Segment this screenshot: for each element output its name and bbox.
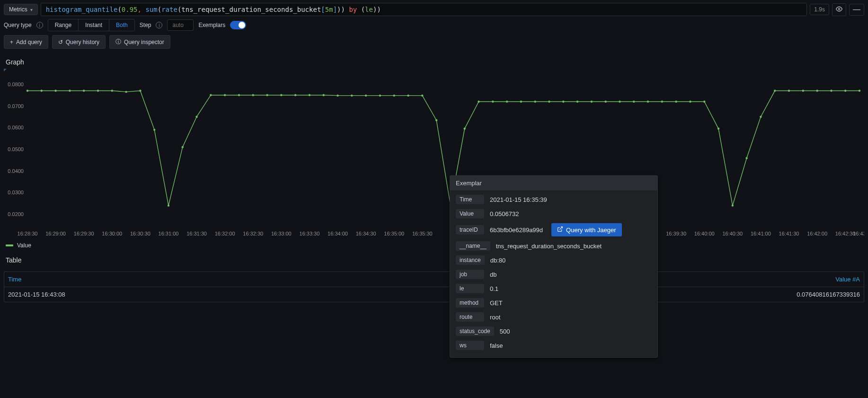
eye-icon[interactable]: [832, 3, 846, 16]
svg-point-89: [844, 90, 846, 91]
svg-point-45: [224, 94, 226, 96]
svg-text:16:32:30: 16:32:30: [243, 231, 263, 236]
svg-point-31: [27, 90, 28, 91]
query-with-jaeger-button[interactable]: Query with Jaeger: [551, 223, 622, 236]
exemplar-row-value: 500: [500, 328, 510, 335]
exemplars-label: Exemplars: [198, 22, 225, 28]
svg-point-77: [675, 100, 677, 102]
exemplar-row-value: db:80: [490, 257, 506, 264]
svg-text:16:35:00: 16:35:00: [384, 231, 404, 236]
svg-point-38: [125, 91, 127, 93]
svg-text:0.0700: 0.0700: [8, 103, 24, 109]
svg-point-49: [280, 94, 282, 96]
svg-point-85: [788, 90, 790, 91]
svg-text:0.0500: 0.0500: [8, 146, 24, 152]
exemplar-row: traceID6b3bfb0e6289a99dQuery with Jaeger: [450, 221, 657, 239]
svg-point-69: [562, 100, 564, 102]
svg-text:16:40:00: 16:40:00: [694, 231, 715, 236]
svg-point-53: [337, 94, 338, 96]
exemplar-row: Time2021-01-15 16:35:39: [450, 192, 657, 207]
exemplar-row: status_code500: [450, 324, 657, 338]
svg-point-56: [379, 94, 381, 96]
exemplar-row-value: 2021-01-15 16:35:39: [490, 196, 547, 203]
svg-point-33: [54, 90, 56, 91]
svg-point-50: [294, 94, 296, 96]
chart[interactable]: 0.02000.03000.04000.05000.06000.07000.08…: [4, 69, 864, 239]
exemplar-row-label: ws: [456, 341, 484, 350]
svg-point-41: [168, 205, 169, 207]
legend-swatch: [6, 244, 13, 246]
svg-point-54: [351, 94, 353, 96]
query-type-segmented: Range Instant Both: [48, 19, 135, 31]
svg-point-42: [182, 146, 184, 148]
legend[interactable]: Value: [0, 239, 868, 252]
step-input[interactable]: [167, 19, 194, 31]
query-history-button[interactable]: ↺ Query history: [52, 35, 106, 49]
query-inspector-button[interactable]: ⓘ Query inspector: [109, 35, 170, 49]
exemplar-row-label: le: [456, 284, 484, 293]
datasource-label: Metrics: [9, 6, 27, 13]
result-table: Time Value #A 2021-01-15 16:43:08 0.0764…: [4, 271, 864, 302]
svg-point-83: [760, 116, 762, 118]
svg-point-36: [97, 90, 99, 91]
table-header: Time Value #A: [4, 272, 864, 287]
svg-point-81: [732, 205, 734, 207]
exemplar-row-value: 6b3bfb0e6289a99d: [490, 226, 543, 234]
svg-point-47: [252, 94, 254, 96]
svg-point-75: [647, 100, 649, 102]
svg-point-68: [548, 100, 550, 102]
cell-value: 0.07640816167339316: [746, 291, 860, 298]
table-row: 2021-01-15 16:43:08 0.07640816167339316: [4, 287, 864, 302]
info-icon[interactable]: i: [36, 22, 43, 28]
exemplars-toggle[interactable]: [230, 21, 246, 29]
exemplar-tooltip: Exemplar Time2021-01-15 16:35:39Value0.0…: [450, 175, 658, 358]
svg-point-74: [633, 100, 635, 102]
query-type-both[interactable]: Both: [109, 19, 134, 31]
graph-title: Graph: [0, 54, 868, 69]
svg-point-70: [576, 100, 578, 102]
svg-point-39: [139, 90, 141, 91]
svg-point-57: [393, 94, 395, 96]
svg-point-60: [435, 119, 437, 121]
exemplar-row-value: false: [490, 342, 503, 349]
svg-text:0.0200: 0.0200: [8, 211, 24, 217]
exemplar-row-value: 0.0506732: [490, 210, 519, 217]
exemplar-row: methodGET: [450, 296, 657, 310]
query-timing: 1.9s: [810, 4, 829, 15]
col-value-header[interactable]: Value #A: [746, 276, 860, 283]
svg-point-79: [703, 100, 705, 102]
svg-text:0.0800: 0.0800: [8, 81, 24, 87]
svg-point-84: [774, 90, 776, 91]
info-icon[interactable]: i: [156, 22, 162, 28]
svg-point-48: [266, 94, 268, 96]
svg-point-35: [83, 90, 85, 91]
collapse-button[interactable]: —: [849, 4, 864, 16]
svg-point-65: [506, 100, 508, 102]
svg-point-63: [478, 100, 479, 102]
query-type-range[interactable]: Range: [48, 19, 79, 31]
svg-line-152: [559, 227, 562, 230]
svg-point-40: [153, 129, 155, 131]
svg-point-90: [859, 90, 860, 91]
svg-text:16:32:00: 16:32:00: [215, 231, 235, 236]
exemplar-row-value: root: [490, 314, 500, 321]
exemplar-row: Value0.0506732: [450, 207, 657, 221]
datasource-picker[interactable]: Metrics ▾: [4, 4, 38, 15]
query-type-instant[interactable]: Instant: [79, 19, 109, 31]
svg-point-72: [604, 100, 606, 102]
svg-text:16:28:30: 16:28:30: [18, 231, 38, 236]
exemplar-row: instancedb:80: [450, 253, 657, 267]
query-input[interactable]: histogram_quantile(0.95, sum(rate(tns_re…: [41, 3, 807, 16]
svg-text:0.0400: 0.0400: [8, 168, 24, 174]
svg-point-46: [238, 94, 240, 96]
svg-text:16:30:00: 16:30:00: [102, 231, 122, 236]
svg-point-43: [195, 116, 197, 118]
exemplar-row: jobdb: [450, 267, 657, 281]
svg-text:16:35:30: 16:35:30: [412, 231, 433, 236]
exemplar-tooltip-title: Exemplar: [450, 176, 657, 190]
svg-text:16:41:30: 16:41:30: [779, 231, 799, 236]
svg-text:16:43: 16:43: [853, 231, 864, 236]
inspector-icon: ⓘ: [115, 38, 121, 46]
svg-point-78: [689, 100, 691, 102]
add-query-button[interactable]: + Add query: [4, 35, 48, 49]
